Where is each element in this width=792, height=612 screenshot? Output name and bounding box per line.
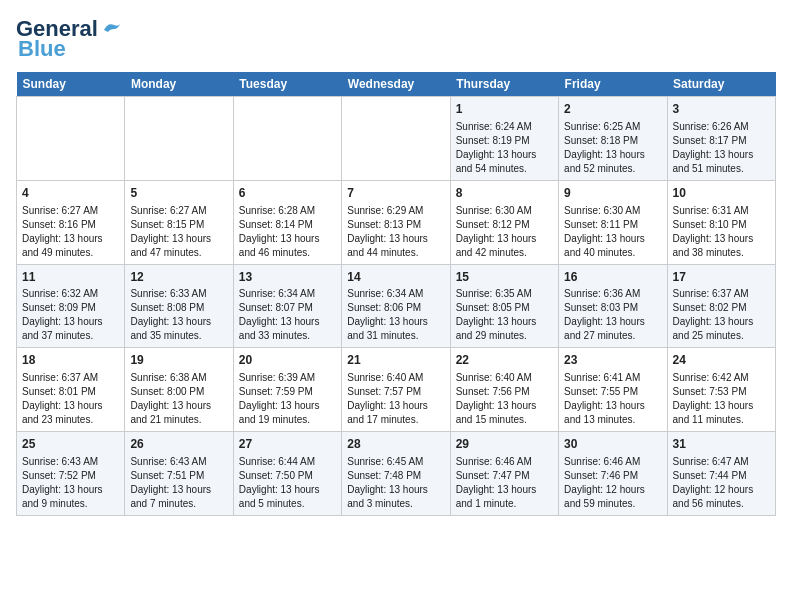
calendar-table: SundayMondayTuesdayWednesdayThursdayFrid… <box>16 72 776 516</box>
day-info: Sunrise: 6:29 AM Sunset: 8:13 PM Dayligh… <box>347 204 444 260</box>
calendar-cell: 10Sunrise: 6:31 AM Sunset: 8:10 PM Dayli… <box>667 180 775 264</box>
day-number: 6 <box>239 185 336 202</box>
day-number: 12 <box>130 269 227 286</box>
col-header-sunday: Sunday <box>17 72 125 97</box>
day-number: 21 <box>347 352 444 369</box>
day-info: Sunrise: 6:46 AM Sunset: 7:46 PM Dayligh… <box>564 455 661 511</box>
day-number: 20 <box>239 352 336 369</box>
day-number: 15 <box>456 269 553 286</box>
day-info: Sunrise: 6:41 AM Sunset: 7:55 PM Dayligh… <box>564 371 661 427</box>
day-info: Sunrise: 6:32 AM Sunset: 8:09 PM Dayligh… <box>22 287 119 343</box>
logo: General Blue <box>16 16 122 62</box>
calendar-cell: 31Sunrise: 6:47 AM Sunset: 7:44 PM Dayli… <box>667 432 775 516</box>
day-info: Sunrise: 6:24 AM Sunset: 8:19 PM Dayligh… <box>456 120 553 176</box>
calendar-cell: 1Sunrise: 6:24 AM Sunset: 8:19 PM Daylig… <box>450 97 558 181</box>
day-info: Sunrise: 6:35 AM Sunset: 8:05 PM Dayligh… <box>456 287 553 343</box>
day-number: 14 <box>347 269 444 286</box>
calendar-cell: 6Sunrise: 6:28 AM Sunset: 8:14 PM Daylig… <box>233 180 341 264</box>
col-header-saturday: Saturday <box>667 72 775 97</box>
calendar-week-row: 18Sunrise: 6:37 AM Sunset: 8:01 PM Dayli… <box>17 348 776 432</box>
day-info: Sunrise: 6:34 AM Sunset: 8:07 PM Dayligh… <box>239 287 336 343</box>
day-info: Sunrise: 6:43 AM Sunset: 7:51 PM Dayligh… <box>130 455 227 511</box>
day-info: Sunrise: 6:27 AM Sunset: 8:16 PM Dayligh… <box>22 204 119 260</box>
day-number: 16 <box>564 269 661 286</box>
day-number: 29 <box>456 436 553 453</box>
calendar-cell: 16Sunrise: 6:36 AM Sunset: 8:03 PM Dayli… <box>559 264 667 348</box>
calendar-header-row: SundayMondayTuesdayWednesdayThursdayFrid… <box>17 72 776 97</box>
calendar-cell: 26Sunrise: 6:43 AM Sunset: 7:51 PM Dayli… <box>125 432 233 516</box>
day-number: 5 <box>130 185 227 202</box>
calendar-cell: 25Sunrise: 6:43 AM Sunset: 7:52 PM Dayli… <box>17 432 125 516</box>
col-header-thursday: Thursday <box>450 72 558 97</box>
day-number: 24 <box>673 352 770 369</box>
day-info: Sunrise: 6:47 AM Sunset: 7:44 PM Dayligh… <box>673 455 770 511</box>
col-header-tuesday: Tuesday <box>233 72 341 97</box>
calendar-cell <box>233 97 341 181</box>
col-header-friday: Friday <box>559 72 667 97</box>
calendar-cell: 21Sunrise: 6:40 AM Sunset: 7:57 PM Dayli… <box>342 348 450 432</box>
day-number: 3 <box>673 101 770 118</box>
day-number: 30 <box>564 436 661 453</box>
day-info: Sunrise: 6:42 AM Sunset: 7:53 PM Dayligh… <box>673 371 770 427</box>
day-info: Sunrise: 6:30 AM Sunset: 8:12 PM Dayligh… <box>456 204 553 260</box>
calendar-cell: 29Sunrise: 6:46 AM Sunset: 7:47 PM Dayli… <box>450 432 558 516</box>
day-info: Sunrise: 6:45 AM Sunset: 7:48 PM Dayligh… <box>347 455 444 511</box>
calendar-cell <box>17 97 125 181</box>
calendar-cell: 11Sunrise: 6:32 AM Sunset: 8:09 PM Dayli… <box>17 264 125 348</box>
day-info: Sunrise: 6:31 AM Sunset: 8:10 PM Dayligh… <box>673 204 770 260</box>
calendar-cell <box>125 97 233 181</box>
day-info: Sunrise: 6:34 AM Sunset: 8:06 PM Dayligh… <box>347 287 444 343</box>
calendar-cell: 3Sunrise: 6:26 AM Sunset: 8:17 PM Daylig… <box>667 97 775 181</box>
calendar-cell: 2Sunrise: 6:25 AM Sunset: 8:18 PM Daylig… <box>559 97 667 181</box>
calendar-cell: 18Sunrise: 6:37 AM Sunset: 8:01 PM Dayli… <box>17 348 125 432</box>
calendar-cell: 8Sunrise: 6:30 AM Sunset: 8:12 PM Daylig… <box>450 180 558 264</box>
calendar-cell: 30Sunrise: 6:46 AM Sunset: 7:46 PM Dayli… <box>559 432 667 516</box>
day-info: Sunrise: 6:40 AM Sunset: 7:57 PM Dayligh… <box>347 371 444 427</box>
day-info: Sunrise: 6:36 AM Sunset: 8:03 PM Dayligh… <box>564 287 661 343</box>
day-number: 22 <box>456 352 553 369</box>
day-number: 10 <box>673 185 770 202</box>
day-number: 1 <box>456 101 553 118</box>
calendar-cell: 28Sunrise: 6:45 AM Sunset: 7:48 PM Dayli… <box>342 432 450 516</box>
day-info: Sunrise: 6:33 AM Sunset: 8:08 PM Dayligh… <box>130 287 227 343</box>
day-number: 7 <box>347 185 444 202</box>
day-number: 17 <box>673 269 770 286</box>
day-number: 9 <box>564 185 661 202</box>
day-number: 31 <box>673 436 770 453</box>
calendar-week-row: 11Sunrise: 6:32 AM Sunset: 8:09 PM Dayli… <box>17 264 776 348</box>
col-header-wednesday: Wednesday <box>342 72 450 97</box>
logo-blue: Blue <box>18 36 66 62</box>
day-info: Sunrise: 6:28 AM Sunset: 8:14 PM Dayligh… <box>239 204 336 260</box>
calendar-cell: 24Sunrise: 6:42 AM Sunset: 7:53 PM Dayli… <box>667 348 775 432</box>
day-info: Sunrise: 6:37 AM Sunset: 8:01 PM Dayligh… <box>22 371 119 427</box>
day-number: 8 <box>456 185 553 202</box>
logo-bird-icon <box>100 20 122 38</box>
calendar-week-row: 4Sunrise: 6:27 AM Sunset: 8:16 PM Daylig… <box>17 180 776 264</box>
day-number: 28 <box>347 436 444 453</box>
day-number: 4 <box>22 185 119 202</box>
day-number: 26 <box>130 436 227 453</box>
calendar-cell: 27Sunrise: 6:44 AM Sunset: 7:50 PM Dayli… <box>233 432 341 516</box>
day-info: Sunrise: 6:38 AM Sunset: 8:00 PM Dayligh… <box>130 371 227 427</box>
calendar-cell: 22Sunrise: 6:40 AM Sunset: 7:56 PM Dayli… <box>450 348 558 432</box>
calendar-cell <box>342 97 450 181</box>
day-info: Sunrise: 6:37 AM Sunset: 8:02 PM Dayligh… <box>673 287 770 343</box>
calendar-cell: 20Sunrise: 6:39 AM Sunset: 7:59 PM Dayli… <box>233 348 341 432</box>
calendar-cell: 14Sunrise: 6:34 AM Sunset: 8:06 PM Dayli… <box>342 264 450 348</box>
day-number: 23 <box>564 352 661 369</box>
day-info: Sunrise: 6:43 AM Sunset: 7:52 PM Dayligh… <box>22 455 119 511</box>
day-number: 2 <box>564 101 661 118</box>
day-info: Sunrise: 6:46 AM Sunset: 7:47 PM Dayligh… <box>456 455 553 511</box>
calendar-cell: 5Sunrise: 6:27 AM Sunset: 8:15 PM Daylig… <box>125 180 233 264</box>
calendar-cell: 23Sunrise: 6:41 AM Sunset: 7:55 PM Dayli… <box>559 348 667 432</box>
day-info: Sunrise: 6:26 AM Sunset: 8:17 PM Dayligh… <box>673 120 770 176</box>
day-info: Sunrise: 6:40 AM Sunset: 7:56 PM Dayligh… <box>456 371 553 427</box>
calendar-cell: 9Sunrise: 6:30 AM Sunset: 8:11 PM Daylig… <box>559 180 667 264</box>
day-number: 11 <box>22 269 119 286</box>
day-number: 13 <box>239 269 336 286</box>
calendar-cell: 19Sunrise: 6:38 AM Sunset: 8:00 PM Dayli… <box>125 348 233 432</box>
day-number: 27 <box>239 436 336 453</box>
day-number: 25 <box>22 436 119 453</box>
calendar-cell: 13Sunrise: 6:34 AM Sunset: 8:07 PM Dayli… <box>233 264 341 348</box>
day-info: Sunrise: 6:39 AM Sunset: 7:59 PM Dayligh… <box>239 371 336 427</box>
